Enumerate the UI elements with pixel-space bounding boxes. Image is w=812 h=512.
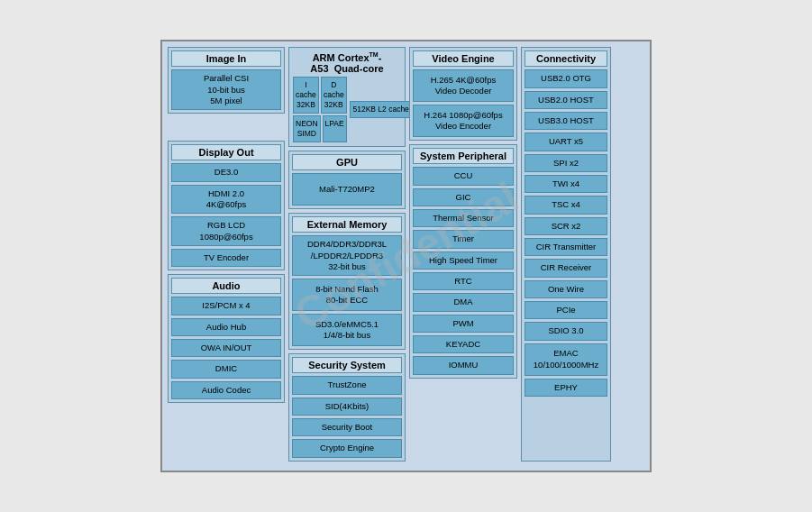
sdio-block: SDIO 3.0: [525, 322, 607, 340]
security-title: Security System: [292, 357, 402, 373]
rgb-lcd-block: RGB LCD1080p@60fps: [171, 216, 281, 246]
audio-section: Audio I2S/PCM x 4 Audio Hub OWA IN/OUT D…: [168, 274, 285, 403]
i2s-block: I2S/PCM x 4: [171, 297, 281, 315]
arm-block: ARM CortexTM-A53 Quad-core I cache32KB D…: [288, 47, 406, 147]
de30-block: DE3.0: [171, 163, 281, 181]
gpu-block: Mali-T720MP2: [292, 173, 402, 206]
display-out-title: Display Out: [171, 144, 281, 160]
ext-memory-title: External Memory: [292, 216, 402, 233]
rtc-block: RTC: [413, 272, 514, 290]
gpu-section: GPU Mali-T720MP2: [288, 151, 406, 209]
uart-block: UART x5: [525, 133, 607, 151]
connectivity-title: Connectivity: [525, 50, 607, 67]
pcie-block: PCIe: [525, 301, 607, 319]
display-out-section: Display Out DE3.0 HDMI 2.04K@60fps RGB L…: [168, 141, 285, 270]
security-section: Security System TrustZone SID(4Kbits) Se…: [288, 353, 406, 461]
neon-block: NEONSIMD: [293, 115, 321, 142]
icache-block: I cache32KB: [293, 77, 319, 114]
tsc-block: TSC x4: [525, 196, 607, 214]
cir-rx-block: CIR Receiver: [525, 259, 607, 277]
one-wire-block: One Wire: [525, 280, 607, 298]
image-in-title: Image In: [171, 50, 281, 67]
display-audio-col: Display Out DE3.0 HDMI 2.04K@60fps RGB L…: [168, 141, 285, 403]
sid-block: SID(4Kbits): [292, 398, 402, 416]
thermal-sensor-block: Thermal Sensor: [413, 209, 514, 227]
video-engine-section: Video Engine H.265 4K@60fpsVideo Decoder…: [409, 47, 517, 141]
gpu-title: GPU: [292, 154, 402, 170]
nand-block: 8-bit Nand Flash80-bit ECC: [292, 279, 402, 311]
usb2-otg-block: USB2.0 OTG: [525, 69, 607, 87]
twi-block: TWI x4: [525, 175, 607, 193]
high-speed-timer-block: High Speed Timer: [413, 251, 514, 270]
arm-title: ARM CortexTM-A53 Quad-core: [293, 51, 401, 74]
system-peripheral-section: System Peripheral CCU GIC Thermal Sensor…: [409, 144, 517, 378]
gic-block: GIC: [413, 188, 514, 206]
dmic-block: DMIC: [171, 360, 281, 378]
l2-block: 512KB L2 cache: [350, 101, 413, 118]
dma-block: DMA: [413, 293, 514, 311]
audio-codec-block: Audio Codec: [171, 381, 281, 399]
ephy-block: EPHY: [525, 379, 607, 397]
tv-encoder-block: TV Encoder: [171, 249, 281, 267]
arm-caches: I cache32KB D cache32KB NEONSIMD LPAE: [293, 77, 347, 142]
ddr-block: DDR4/DDR3/DDR3L/LPDDR2/LPDDR332-bit bus: [292, 235, 402, 276]
audio-hub-block: Audio Hub: [171, 318, 281, 336]
usb2-host-block: USB2.0 HOST: [525, 91, 607, 109]
pwm-block: PWM: [413, 315, 514, 333]
timer-block: Timer: [413, 230, 514, 248]
middle-col: ARM CortexTM-A53 Quad-core I cache32KB D…: [288, 47, 406, 461]
scr-block: SCR x2: [525, 217, 607, 235]
emmc-block: SD3.0/eMMC5.11/4/8-bit bus: [292, 314, 402, 346]
hdmi-block: HDMI 2.04K@60fps: [171, 185, 281, 215]
lpae-block: LPAE: [323, 115, 347, 142]
spi-block: SPI x2: [525, 154, 607, 172]
security-boot-block: Security Boot: [292, 418, 402, 436]
iommu-block: IOMMU: [413, 356, 514, 374]
chip-diagram: Confidential Image In Parallel CSI 10-bi…: [160, 40, 652, 471]
connectivity-section: Connectivity USB2.0 OTG USB2.0 HOST USB3…: [521, 47, 611, 461]
h264-block: H.264 1080p@60fpsVideo Encoder: [413, 105, 514, 137]
owa-block: OWA IN/OUT: [171, 339, 281, 357]
usb3-host-block: USB3.0 HOST: [525, 112, 607, 130]
h265-block: H.265 4K@60fpsVideo Decoder: [413, 69, 514, 102]
system-col: Video Engine H.265 4K@60fpsVideo Decoder…: [409, 47, 517, 461]
crypto-engine-block: Crypto Engine: [292, 439, 402, 457]
ccu-block: CCU: [413, 167, 514, 185]
l2-cache-block: 512KB L2 cache: [350, 77, 413, 142]
dcache-block: D cache32KB: [321, 77, 347, 114]
system-peripheral-title: System Peripheral: [413, 148, 514, 164]
ext-memory-section: External Memory DDR4/DDR3/DDR3L/LPDDR2/L…: [288, 213, 406, 350]
audio-title: Audio: [171, 278, 281, 294]
parallel-csi-block: Parallel CSI 10-bit bus 5M pixel: [171, 69, 281, 110]
trustzone-block: TrustZone: [292, 376, 402, 394]
video-engine-title: Video Engine: [413, 50, 514, 67]
keyadc-block: KEYADC: [413, 335, 514, 353]
cir-tx-block: CIR Transmitter: [525, 238, 607, 256]
emac-block: EMAC10/100/1000MHz: [525, 343, 607, 376]
